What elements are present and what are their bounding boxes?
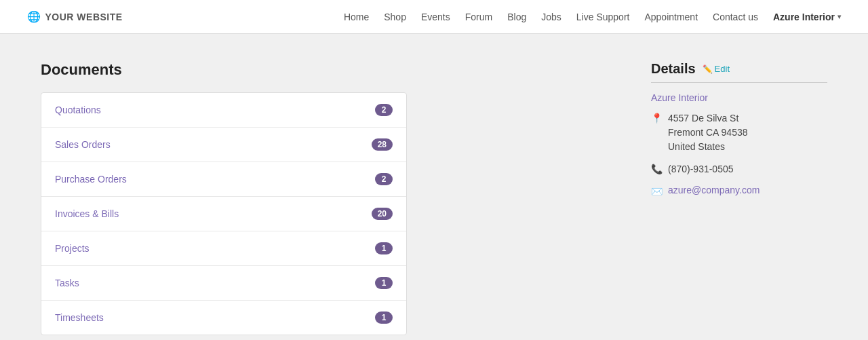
nav-live-support[interactable]: Live Support	[576, 12, 630, 22]
doc-badge: 2	[375, 173, 393, 185]
edit-link[interactable]: ✏️ Edit	[703, 64, 730, 74]
navbar: 🌐 YOUR WEBSITE Home Shop Events Forum Bl…	[0, 0, 868, 34]
address-line2: Fremont CA 94538	[668, 126, 748, 140]
doc-badge: 1	[375, 311, 393, 324]
email-item: ✉️ azure@company.com	[651, 185, 827, 197]
email-address[interactable]: azure@company.com	[668, 185, 760, 195]
nav-forum[interactable]: Forum	[465, 12, 492, 22]
doc-label: Quotations	[55, 105, 101, 115]
table-row[interactable]: Tasks 1	[41, 266, 406, 301]
doc-label: Projects	[55, 243, 90, 254]
documents-title: Documents	[41, 61, 610, 79]
address-item: 📍 4557 De Silva St Fremont CA 94538 Unit…	[651, 111, 827, 154]
details-header: Details ✏️ Edit	[651, 61, 827, 83]
doc-badge: 28	[372, 138, 393, 151]
doc-label: Invoices & Bills	[55, 208, 119, 219]
table-row[interactable]: Sales Orders 28	[41, 128, 406, 162]
main-content: Documents Quotations 2 Sales Orders 28 P…	[0, 34, 868, 340]
table-row[interactable]: Projects 1	[41, 231, 406, 266]
table-row[interactable]: Timesheets 1	[41, 301, 406, 335]
nav-links: Home Shop Events Forum Blog Jobs Live Su…	[344, 12, 841, 22]
nav-events[interactable]: Events	[421, 12, 450, 22]
documents-table: Quotations 2 Sales Orders 28 Purchase Or…	[41, 92, 407, 335]
doc-label: Timesheets	[55, 312, 104, 323]
doc-badge: 2	[375, 104, 393, 116]
phone-number[interactable]: (870)-931-0505	[668, 162, 734, 176]
brand[interactable]: 🌐 YOUR WEBSITE	[27, 10, 123, 23]
nav-jobs[interactable]: Jobs	[541, 12, 561, 22]
address-line3: United States	[668, 140, 748, 154]
documents-section: Documents Quotations 2 Sales Orders 28 P…	[41, 61, 610, 335]
details-section: Details ✏️ Edit Azure Interior 📍 4557 De…	[651, 61, 827, 335]
nav-user-label: Azure Interior	[773, 12, 835, 22]
doc-badge: 1	[375, 277, 393, 289]
table-row[interactable]: Invoices & Bills 20	[41, 197, 406, 231]
location-icon: 📍	[651, 113, 663, 124]
envelope-icon: ✉️	[651, 186, 663, 197]
company-name[interactable]: Azure Interior	[651, 92, 827, 103]
doc-label: Purchase Orders	[55, 174, 127, 185]
edit-label: Edit	[715, 64, 730, 74]
nav-home[interactable]: Home	[344, 12, 369, 22]
nav-contact-us[interactable]: Contact us	[713, 12, 758, 22]
phone-item: 📞 (870)-931-0505	[651, 162, 827, 176]
details-title: Details	[651, 61, 696, 77]
address-line1: 4557 De Silva St	[668, 111, 748, 126]
brand-label: YOUR WEBSITE	[45, 12, 123, 22]
doc-label: Sales Orders	[55, 139, 111, 150]
phone-icon: 📞	[651, 164, 663, 174]
pencil-icon: ✏️	[703, 64, 713, 74]
doc-badge: 20	[372, 208, 393, 220]
chevron-down-icon: ▾	[837, 13, 841, 20]
nav-shop[interactable]: Shop	[384, 12, 406, 22]
nav-blog[interactable]: Blog	[507, 12, 526, 22]
address-text: 4557 De Silva St Fremont CA 94538 United…	[668, 111, 748, 154]
nav-appointment[interactable]: Appointment	[644, 12, 698, 22]
doc-badge: 1	[375, 242, 393, 254]
nav-user-menu[interactable]: Azure Interior ▾	[773, 12, 841, 22]
globe-icon: 🌐	[27, 10, 41, 23]
table-row[interactable]: Purchase Orders 2	[41, 162, 406, 197]
doc-label: Tasks	[55, 278, 79, 288]
table-row[interactable]: Quotations 2	[41, 93, 406, 128]
